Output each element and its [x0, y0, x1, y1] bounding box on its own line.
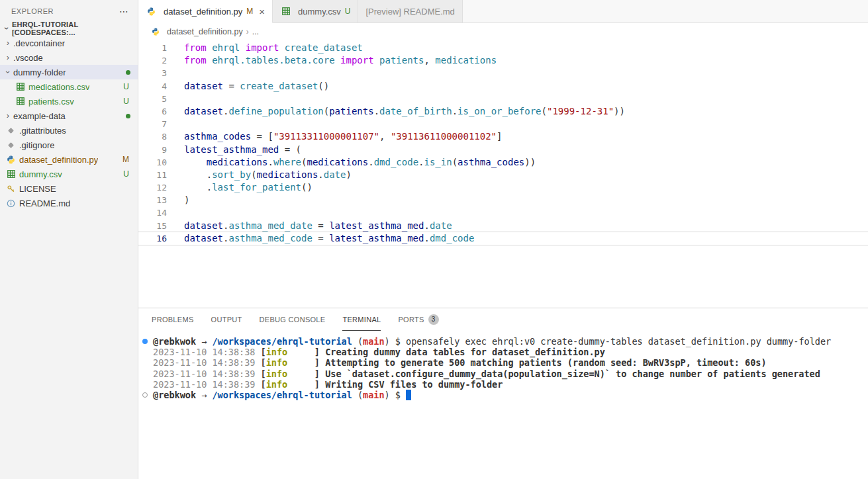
- panel-tab-terminal[interactable]: TERMINAL: [342, 308, 381, 331]
- code-line-8[interactable]: 8asthma_codes = ["39113311000001107", "3…: [138, 130, 868, 143]
- code-text: .sort_by(medications.date): [184, 169, 352, 181]
- panel-tab-problems[interactable]: PROBLEMS: [152, 308, 194, 331]
- terminal-cursor: [406, 390, 411, 400]
- python-file-icon: [146, 6, 157, 17]
- close-icon[interactable]: ×: [259, 6, 265, 17]
- code-line-2[interactable]: 2from ehrql.tables.beta.core import pati…: [138, 54, 868, 67]
- chevron-down-icon: ›: [1, 23, 12, 34]
- terminal-text: 2023-11-10 14:38:38: [153, 347, 261, 357]
- terminal-text: 2023-11-10 14:38:39: [153, 357, 261, 368]
- workspace-root-label: EHRQL-TUTORIAL [CODESPACES:...: [12, 21, 138, 36]
- line-number: 4: [138, 80, 167, 93]
- terminal-text: 2023-11-10 14:38:39: [153, 369, 261, 379]
- panel-tab-output[interactable]: OUTPUT: [211, 308, 242, 331]
- explorer-title: EXPLORER: [11, 7, 54, 15]
- sidebar-item-patients-csv[interactable]: patients.csvU: [0, 94, 138, 109]
- sidebar-item-dummy-folder[interactable]: ›dummy-folder: [0, 65, 138, 79]
- code-line-16[interactable]: 16dataset.asthma_med_code = latest_asthm…: [138, 232, 868, 245]
- explorer-more-icon[interactable]: ⋯: [119, 6, 128, 17]
- workspace-root[interactable]: › EHRQL-TUTORIAL [CODESPACES:...: [0, 21, 138, 36]
- code-line-4[interactable]: 4dataset = create_dataset(): [138, 80, 868, 93]
- command-decoration-open-icon[interactable]: [142, 392, 148, 398]
- terminal-text: Writing CSV files to dummy-folder: [325, 379, 503, 390]
- file-label: .vscode: [13, 53, 43, 63]
- code-line-3[interactable]: 3: [138, 67, 868, 79]
- terminal-text: main: [363, 390, 385, 400]
- terminal-text: 2023-11-10 14:38:39: [153, 379, 261, 390]
- line-number: 16: [138, 232, 167, 245]
- bottom-panel: PROBLEMSOUTPUTDEBUG CONSOLETERMINALPORTS…: [138, 308, 868, 479]
- terminal-text: (: [352, 390, 363, 400]
- sidebar-item-dummy-csv[interactable]: dummy.csvU: [0, 167, 138, 181]
- line-number: 15: [138, 220, 167, 232]
- line-number: 3: [138, 67, 167, 79]
- code-line-13[interactable]: 13): [138, 194, 868, 206]
- terminal-text: (: [352, 336, 363, 347]
- code-line-6[interactable]: 6dataset.define_population(patients.date…: [138, 105, 868, 118]
- terminal-line-2: 2023-11-10 14:38:38 [info ] Creating dum…: [142, 347, 868, 357]
- sidebar-item-medications-csv[interactable]: medications.csvU: [0, 79, 138, 94]
- terminal-text: /workspaces/ehrql-tutorial: [212, 336, 352, 347]
- sidebar-item-example-data[interactable]: ›example-data: [0, 109, 138, 123]
- terminal-text: ]: [287, 379, 325, 390]
- git-status-badge: M: [122, 155, 129, 164]
- editor-group: dataset_definition.pyM×dummy.csvU[Previe…: [138, 0, 868, 479]
- csv-file-icon: [15, 96, 26, 107]
- terminal-text: info: [266, 347, 288, 357]
- sidebar-item-dataset-definition-py[interactable]: dataset_definition.pyM: [0, 152, 138, 167]
- sidebar-item-gitignore[interactable]: .gitignore: [0, 138, 138, 152]
- line-number: 12: [138, 181, 167, 194]
- sidebar-item-vscode[interactable]: ›.vscode: [0, 50, 138, 65]
- python-icon: [7, 155, 15, 164]
- tab-dummy-csv[interactable]: dummy.csvU: [273, 0, 358, 23]
- tab-dataset-definition-py[interactable]: dataset_definition.pyM×: [138, 0, 273, 23]
- terminal-text: [: [261, 379, 266, 390]
- terminal-text: info: [266, 369, 288, 379]
- file-label: dummy-folder: [13, 67, 66, 77]
- code-line-10[interactable]: 10 medications.where(medications.dmd_cod…: [138, 156, 868, 169]
- terminal-text: info: [266, 379, 288, 390]
- terminal-text: ]: [287, 347, 325, 357]
- line-number: 7: [138, 118, 167, 130]
- git-decoration-dot-icon: [126, 70, 130, 75]
- terminal-line-5: 2023-11-10 14:38:39 [info ] Writing CSV …: [142, 379, 868, 390]
- csv-file-icon: [280, 6, 291, 17]
- code-line-5[interactable]: 5: [138, 93, 868, 105]
- line-number: 10: [138, 156, 167, 169]
- panel-tab-ports[interactable]: PORTS3: [398, 308, 438, 331]
- sidebar-item-gitattributes[interactable]: .gitattributes: [0, 123, 138, 138]
- breadcrumb-file[interactable]: dataset_definition.py: [167, 27, 243, 36]
- git-decoration-dot-icon: [126, 114, 130, 118]
- chevron-right-icon: ›: [3, 110, 13, 121]
- git-file-icon: [5, 125, 17, 136]
- code-line-15[interactable]: 15dataset.asthma_med_date = latest_asthm…: [138, 220, 868, 232]
- sidebar-item-readme-md[interactable]: README.md: [0, 196, 138, 210]
- terminal-text: /workspaces/ehrql-tutorial: [212, 390, 352, 400]
- line-number: 2: [138, 54, 167, 67]
- terminal-text: main: [363, 336, 385, 347]
- sidebar-item-devcontainer[interactable]: ›.devcontainer: [0, 36, 138, 50]
- terminal[interactable]: @rebkwok → /workspaces/ehrql-tutorial (m…: [138, 331, 868, 479]
- vscode-window: EXPLORER ⋯ › EHRQL-TUTORIAL [CODESPACES:…: [0, 0, 868, 479]
- code-editor[interactable]: 1from ehrql import create_dataset2from e…: [138, 40, 868, 308]
- file-label: .gitignore: [19, 140, 54, 150]
- code-text: dataset.define_population(patients.date_…: [184, 105, 625, 118]
- code-line-9[interactable]: 9latest_asthma_med = (: [138, 144, 868, 156]
- panel-tab-debug-console[interactable]: DEBUG CONSOLE: [260, 308, 326, 331]
- explorer-header: EXPLORER ⋯: [0, 0, 138, 21]
- code-line-11[interactable]: 11 .sort_by(medications.date): [138, 169, 868, 181]
- sidebar-item-license[interactable]: LICENSE: [0, 181, 138, 196]
- file-label: LICENSE: [19, 184, 56, 194]
- line-number: 9: [138, 144, 167, 156]
- key-icon: [7, 185, 15, 193]
- breadcrumb[interactable]: dataset_definition.py › ...: [138, 23, 868, 40]
- breadcrumb-more[interactable]: ...: [252, 27, 259, 36]
- code-line-1[interactable]: 1from ehrql import create_dataset: [138, 42, 868, 54]
- code-line-14[interactable]: 14: [138, 206, 868, 219]
- command-decoration-filled-icon[interactable]: [142, 339, 148, 344]
- terminal-text: [: [261, 357, 266, 368]
- tab-preview-readme-md[interactable]: [Preview] README.md: [358, 0, 462, 23]
- code-text: medications.where(medications.dmd_code.i…: [184, 156, 536, 169]
- code-line-7[interactable]: 7: [138, 118, 868, 130]
- code-line-12[interactable]: 12 .last_for_patient(): [138, 181, 868, 194]
